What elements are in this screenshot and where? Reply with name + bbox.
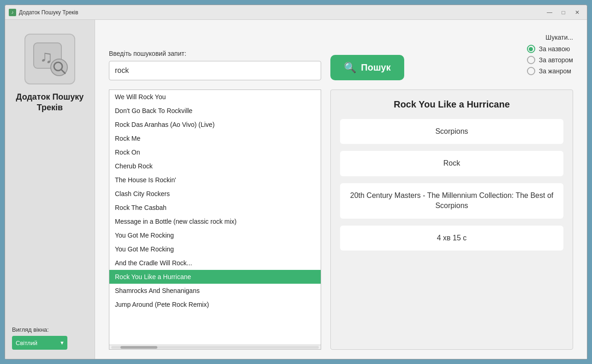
sidebar: ♫ Додаток Пошуку Треків Вигляд вікна: Св… (5, 20, 95, 359)
main-content: Введіть пошуковий запит: 🔍 Пошук Шукати.… (95, 20, 587, 359)
detail-title: Rock You Like a Hurricane (340, 99, 563, 110)
close-button[interactable]: ✕ (571, 8, 583, 17)
search-button[interactable]: 🔍 Пошук (330, 55, 404, 80)
window-title: Додаток Пошуку Треків (19, 9, 544, 16)
list-item[interactable]: Rock You Like a Hurricane (109, 270, 321, 284)
detail-artist: Scorpions (340, 119, 563, 144)
list-item[interactable]: Rock On (109, 145, 321, 159)
list-item[interactable]: And the Cradle Will Rock... (109, 256, 321, 270)
search-icon: 🔍 (344, 62, 356, 74)
radio-by-author[interactable]: За автором (527, 56, 573, 64)
radio-label-genre: За жанром (539, 67, 571, 75)
radio-label-name: За назвою (539, 45, 570, 53)
list-item[interactable]: Rock Das Aranhas (Ao Vivo) (Live) (109, 118, 321, 131)
radio-by-name[interactable]: За назвою (527, 45, 573, 53)
results-list[interactable]: We Will Rock YouDon't Go Back To Rockvil… (109, 90, 321, 345)
radio-dot-name (529, 47, 533, 51)
list-item[interactable]: Rock The Casbah (109, 201, 321, 215)
radio-circle-author (527, 56, 535, 64)
list-item[interactable]: Don't Go Back To Rockville (109, 104, 321, 118)
radio-circle-name (527, 45, 535, 53)
detail-genre: Rock (340, 151, 563, 176)
bottom-section: We Will Rock YouDon't Go Back To Rockvil… (109, 90, 573, 350)
maximize-button[interactable]: □ (557, 8, 569, 17)
detail-duration: 4 хв 15 с (340, 226, 563, 251)
radio-title: Шукати... (527, 34, 573, 41)
list-item[interactable]: Message in a Bottle (new classic rock mi… (109, 215, 321, 228)
radio-circle-genre (527, 67, 535, 75)
search-left: Введіть пошуковий запит: (109, 50, 321, 80)
search-label: Введіть пошуковий запит: (109, 50, 321, 57)
list-item[interactable]: Jump Around (Pete Rock Remix) (109, 298, 321, 311)
list-item[interactable]: The House Is Rockin' (109, 173, 321, 187)
scrollbar-track (111, 346, 319, 349)
titlebar: ♪ Додаток Пошуку Треків — □ ✕ (5, 5, 587, 20)
scrollbar-thumb[interactable] (120, 346, 157, 349)
detail-album: 20th Century Masters - The Millennium Co… (340, 183, 563, 219)
results-panel: We Will Rock YouDon't Go Back To Rockvil… (109, 90, 321, 350)
list-item[interactable]: You Got Me Rocking (109, 242, 321, 256)
theme-section: Вигляд вікна: Світлий Темний ▼ (12, 326, 88, 350)
list-item[interactable]: Shamrocks And Shenanigans (109, 284, 321, 298)
minimize-button[interactable]: — (544, 8, 556, 17)
search-section: Введіть пошуковий запит: 🔍 Пошук Шукати.… (109, 34, 573, 80)
radio-by-genre[interactable]: За жанром (527, 67, 573, 75)
radio-section: Шукати... За назвою За автором За жанро (527, 34, 573, 80)
search-input[interactable] (109, 61, 321, 80)
list-item[interactable]: We Will Rock You (109, 90, 321, 104)
detail-panel: Rock You Like a Hurricane Scorpions Rock… (330, 90, 573, 350)
app-logo: ♫ (24, 34, 75, 84)
list-item[interactable]: You Got Me Rocking (109, 228, 321, 242)
list-item[interactable]: Cherub Rock (109, 159, 321, 173)
list-item[interactable]: Rock Me (109, 131, 321, 145)
theme-label: Вигляд вікна: (12, 326, 88, 333)
list-item[interactable]: Clash City Rockers (109, 187, 321, 201)
svg-text:♫: ♫ (40, 47, 53, 66)
app-icon-small: ♪ (9, 9, 16, 16)
scrollbar-area (109, 345, 321, 349)
window-controls: — □ ✕ (544, 8, 583, 17)
app-title: Додаток Пошуку Треків (12, 92, 88, 113)
search-button-label: Пошук (361, 62, 390, 73)
theme-select[interactable]: Світлий Темний (12, 336, 67, 350)
radio-label-author: За автором (539, 56, 573, 64)
